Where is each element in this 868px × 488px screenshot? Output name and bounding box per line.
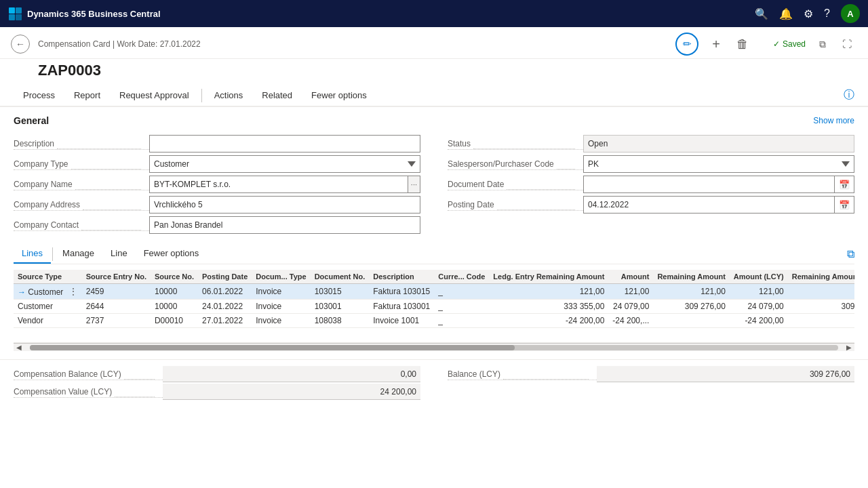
row-menu-button[interactable]: ⋮: [68, 286, 78, 297]
company-name-ellipsis-button[interactable]: ···: [408, 176, 420, 193]
lines-tab-line[interactable]: Line: [102, 244, 136, 264]
lines-expand-icon[interactable]: ⧉: [847, 248, 854, 260]
tab-related[interactable]: Related: [252, 85, 302, 106]
posting-date-row: Posting Date 📅: [448, 195, 854, 214]
table-scrollbar[interactable]: ◀ ▶: [14, 343, 854, 351]
cell-description: Faktura 103001: [369, 300, 434, 314]
breadcrumb: Compensation Card | Work Date: 27.01.202…: [38, 39, 201, 49]
description-input[interactable]: [149, 135, 420, 152]
document-date-input[interactable]: [583, 176, 835, 193]
footer-totals: Compensation Balance (LCY) Compensation …: [0, 359, 868, 406]
header-actions: ✏ + 🗑 ✓ Saved ⧉ ⛶: [675, 33, 854, 56]
scrollbar-track: [30, 345, 838, 350]
col-amount: Amount: [608, 270, 653, 284]
cell-posting-date: 24.01.2022: [198, 300, 252, 314]
tab-report[interactable]: Report: [64, 85, 110, 106]
help-icon[interactable]: ?: [824, 7, 830, 20]
user-avatar[interactable]: A: [841, 4, 860, 23]
cell-amount: -24 200,...: [608, 314, 653, 328]
dynamics-logo-icon: [8, 7, 22, 20]
status-input: [583, 135, 854, 152]
lines-table-wrapper: Source Type Source Entry No. Source No. …: [14, 270, 854, 343]
search-icon[interactable]: 🔍: [755, 7, 768, 20]
posting-date-calendar-button[interactable]: 📅: [835, 196, 854, 214]
balance-label: Balance (LCY): [448, 369, 597, 380]
tab-process[interactable]: Process: [14, 85, 64, 106]
svg-rect-3: [16, 14, 22, 20]
company-name-input[interactable]: [149, 176, 408, 193]
cell-document-type: Invoice: [252, 284, 310, 300]
scroll-left-button[interactable]: ◀: [14, 344, 24, 351]
tab-fewer-options[interactable]: Fewer options: [302, 85, 376, 106]
add-button[interactable]: +: [709, 34, 723, 55]
cell-currency-code: _: [434, 300, 489, 314]
col-document-type: Docum... Type: [252, 270, 310, 284]
tab-actions[interactable]: Actions: [205, 85, 253, 106]
svg-rect-2: [9, 14, 15, 20]
salesperson-field: PK: [583, 155, 854, 173]
saved-status: ✓ Saved: [773, 39, 806, 49]
cell-source-entry-no: 2644: [82, 300, 151, 314]
compensation-value-row: Compensation Value (LCY): [14, 383, 420, 401]
document-date-calendar-button[interactable]: 📅: [835, 176, 854, 193]
table-header: Source Type Source Entry No. Source No. …: [14, 270, 854, 284]
cell-document-type: Invoice: [252, 314, 310, 328]
compensation-balance-field: [163, 366, 420, 382]
topbar: Dynamics 365 Business Central 🔍 🔔 ⚙ ? A: [0, 0, 868, 27]
cell-amount-lcy: 121,00: [730, 284, 788, 300]
scroll-right-button[interactable]: ▶: [844, 344, 854, 351]
table-row[interactable]: → Customer ⋮ 2459 10000 06.01.2022 Invoi…: [14, 284, 854, 300]
table-row[interactable]: Customer 2644 10000 24.01.2022 Invoice 1…: [14, 300, 854, 314]
totals-col-right: Balance (LCY): [448, 365, 854, 401]
posting-date-field: 📅: [583, 196, 854, 214]
lines-section: Lines Manage Line Fewer options ⧉ Source…: [0, 244, 868, 359]
col-currency-code: Curre... Code: [434, 270, 489, 284]
cell-source-entry-no: 2737: [82, 314, 151, 328]
status-field: [583, 135, 854, 152]
posting-date-input[interactable]: [583, 196, 835, 214]
show-more-button[interactable]: Show more: [813, 116, 854, 125]
description-field: [149, 135, 420, 152]
col-ledg-entry-remaining: Ledg. Entry Remaining Amount: [489, 270, 608, 284]
status-label: Status: [448, 138, 583, 150]
col-remaining-amount: Remaining Amount: [653, 270, 729, 284]
expand-icon[interactable]: ⛶: [840, 36, 854, 52]
scrollbar-thumb[interactable]: [30, 345, 515, 350]
lines-tab-fewer-options[interactable]: Fewer options: [136, 244, 208, 264]
cell-remaining-lcy: 309 276,00: [788, 300, 854, 314]
lines-tab-lines[interactable]: Lines: [14, 244, 51, 264]
notification-icon[interactable]: 🔔: [779, 7, 793, 20]
description-row: Description: [14, 134, 420, 153]
delete-button[interactable]: 🗑: [734, 35, 751, 54]
company-contact-input[interactable]: [149, 216, 420, 234]
cell-remaining-lcy: [788, 314, 854, 328]
general-form: Description Company Type Customer: [14, 134, 854, 236]
company-type-select[interactable]: Customer Vendor: [149, 155, 420, 173]
balance-input: [597, 366, 854, 382]
topbar-left: Dynamics 365 Business Central: [8, 7, 161, 20]
table-body: → Customer ⋮ 2459 10000 06.01.2022 Invoi…: [14, 284, 854, 343]
lines-tab-manage[interactable]: Manage: [54, 244, 102, 264]
info-icon[interactable]: ⓘ: [844, 88, 854, 102]
app-title: Dynamics 365 Business Central: [27, 9, 161, 19]
svg-rect-0: [9, 7, 15, 14]
salesperson-select[interactable]: PK: [583, 155, 854, 173]
compensation-value-input: [163, 384, 420, 400]
table-row[interactable]: Vendor 2737 D00010 27.01.2022 Invoice 10…: [14, 314, 854, 328]
tab-request-approval[interactable]: Request Approval: [110, 85, 199, 106]
table-row-empty[interactable]: [14, 328, 854, 343]
company-type-row: Company Type Customer Vendor: [14, 155, 420, 174]
col-source-no: Source No.: [151, 270, 198, 284]
open-in-new-icon[interactable]: ⧉: [816, 36, 829, 53]
settings-icon[interactable]: ⚙: [804, 7, 813, 20]
col-source-entry-no: Source Entry No.: [82, 270, 151, 284]
lines-table: Source Type Source Entry No. Source No. …: [14, 270, 854, 343]
main-content: ← Compensation Card | Work Date: 27.01.2…: [0, 27, 868, 488]
back-button[interactable]: ←: [11, 35, 30, 54]
company-name-label: Company Name: [14, 179, 149, 190]
edit-button[interactable]: ✏: [675, 33, 698, 56]
cell-amount-lcy: 24 079,00: [730, 300, 788, 314]
company-address-input[interactable]: [149, 196, 420, 214]
compensation-value-label: Compensation Value (LCY): [14, 386, 163, 398]
balance-field: [597, 366, 854, 382]
